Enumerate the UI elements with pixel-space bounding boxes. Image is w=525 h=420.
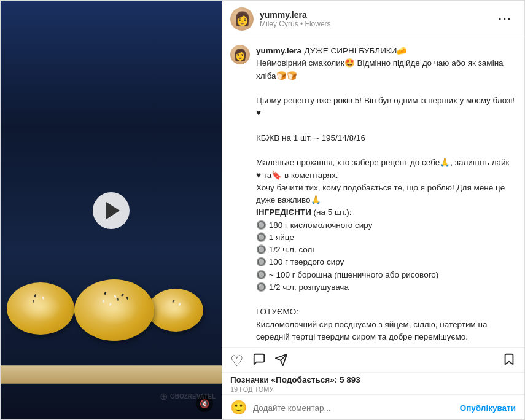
caption-avatar: 👩 bbox=[230, 45, 250, 64]
post-content: 👩 yummy.lera ДУЖЕ СИРНІ БУБЛИКИ🧀 Неймові… bbox=[222, 37, 524, 348]
right-panel: 👩 yummy.lera Miley Cyrus • Flowers ··· 👩… bbox=[222, 1, 524, 420]
bun-seeds-2 bbox=[20, 290, 61, 317]
caption-body: yummy.lera ДУЖЕ СИРНІ БУБЛИКИ🧀 Неймовірн… bbox=[256, 45, 516, 343]
song-artist: Miley Cyrus bbox=[260, 20, 298, 28]
bun-seeds-3 bbox=[159, 295, 192, 317]
likes-section: Позначки «Подобається»: 5 893 19 ГОД ТОМ… bbox=[222, 373, 524, 394]
comment-input[interactable] bbox=[253, 403, 460, 413]
like-button[interactable]: ♡ bbox=[230, 352, 244, 370]
bun-seeds-1 bbox=[90, 289, 138, 319]
action-icons-row: ♡ bbox=[230, 352, 516, 370]
header-info: yummy.lera Miley Cyrus • Flowers bbox=[260, 10, 494, 28]
share-button[interactable] bbox=[274, 353, 288, 370]
bookmark-button[interactable] bbox=[502, 352, 516, 370]
video-panel: 🔇 ⊕ OBOZREVATEL bbox=[1, 1, 222, 420]
play-button[interactable] bbox=[93, 192, 130, 229]
emoji-picker-button[interactable]: 🙂 bbox=[230, 400, 247, 416]
bun-1 bbox=[74, 279, 154, 341]
comment-button[interactable] bbox=[252, 352, 266, 370]
header-username[interactable]: yummy.lera bbox=[260, 10, 494, 20]
song-title: Flowers bbox=[305, 20, 331, 28]
song-info: Miley Cyrus • Flowers bbox=[260, 20, 494, 28]
avatar: 👩 bbox=[230, 7, 254, 31]
post-actions: ♡ bbox=[222, 348, 524, 373]
publish-button[interactable]: Опублікувати bbox=[460, 403, 516, 413]
likes-count: Позначки «Подобається»: 5 893 bbox=[230, 375, 516, 384]
play-triangle-icon bbox=[106, 202, 120, 219]
post-header: 👩 yummy.lera Miley Cyrus • Flowers ··· bbox=[222, 1, 524, 37]
time-ago: 19 ГОД ТОМУ bbox=[230, 386, 516, 393]
add-comment-section: 🙂 Опублікувати bbox=[222, 394, 524, 420]
caption-text: ДУЖЕ СИРНІ БУБЛИКИ🧀 Неймовірний смаколик… bbox=[256, 46, 515, 341]
watermark: ⊕ OBOZREVATEL bbox=[160, 391, 216, 402]
likes-number: 5 893 bbox=[340, 375, 360, 384]
bun-2 bbox=[7, 282, 74, 335]
likes-label: Позначки «Подобається»: bbox=[230, 375, 340, 384]
caption-row: 👩 yummy.lera ДУЖЕ СИРНІ БУБЛИКИ🧀 Неймові… bbox=[230, 45, 516, 343]
bun-3 bbox=[148, 289, 203, 332]
more-options-button[interactable]: ··· bbox=[494, 12, 516, 26]
caption-username[interactable]: yummy.lera bbox=[256, 46, 301, 55]
